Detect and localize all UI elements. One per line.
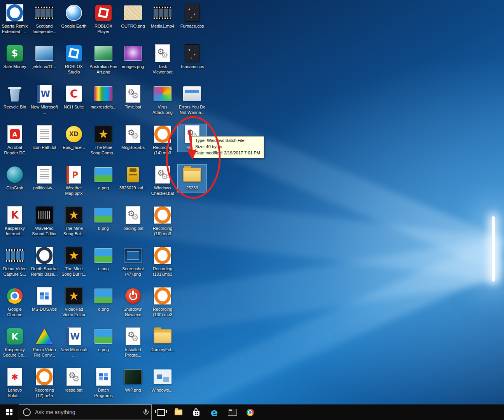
desktop-icon[interactable]: Errors You Do Not Wanna... (177, 83, 207, 117)
desktop-icon[interactable]: a.png (89, 164, 118, 192)
start-button[interactable] (0, 404, 19, 420)
desktop-icon[interactable]: Media1.mp4 (148, 2, 177, 31)
desktop-icon[interactable]: loading.bat (118, 205, 148, 233)
desktop-icon[interactable]: Google Chrome (0, 285, 30, 319)
chrome-button[interactable] (241, 404, 259, 420)
desktop-icon[interactable]: The Mine Song Comp... (89, 124, 118, 158)
desktop-icon[interactable]: Safe Money (0, 43, 30, 71)
icon-label: MsgBox.vbs (119, 145, 147, 150)
desktop-icon[interactable]: Screenshot (47).png (118, 245, 148, 279)
desktop-icon[interactable]: MsgBox.vbs (118, 124, 148, 152)
icon-label: Media1.mp4 (148, 24, 177, 29)
star-icon (65, 287, 83, 305)
desktop-icon[interactable]: Epic_face... (59, 124, 89, 152)
desktop-icon[interactable]: Batch Programs (89, 366, 118, 400)
desktop-icon[interactable]: Tsunami.cps (177, 43, 207, 71)
gear-icon (65, 368, 83, 386)
desktop-icon[interactable]: maxresdefa... (89, 83, 118, 112)
desktop-icon[interactable]: New Microsoft ... (30, 83, 59, 117)
desktop-icon[interactable]: Lenovo Soluti... (0, 366, 30, 400)
desktop-icon[interactable]: Prism Video File Conv... (30, 326, 59, 360)
desktop-icon[interactable]: Depth Spartra Remix Base... (30, 245, 59, 279)
desktop-icon[interactable]: Furnace.cps (177, 2, 207, 31)
desktop-icon[interactable]: e.png (89, 326, 118, 354)
desktop-icon[interactable]: Virus Attack.png (148, 83, 177, 117)
task-view-button[interactable] (152, 404, 170, 420)
search-input[interactable] (34, 409, 139, 416)
desktop-icon[interactable]: Icon Path.txt (30, 124, 59, 152)
desktop-icon[interactable]: b.png (89, 205, 118, 233)
desktop-icon[interactable]: Shutdown Now.exe (118, 285, 148, 319)
desktop-icon[interactable]: Task Viewer.bat (148, 43, 177, 77)
file-explorer-button[interactable] (170, 404, 187, 420)
icon-label: Acrobat Reader DC (0, 145, 29, 156)
film-icon (35, 4, 54, 22)
desktop-icon[interactable]: Australian Fan Art.png (89, 43, 118, 77)
desktop-icon[interactable]: ROBLOX Player (89, 2, 118, 36)
desktop-icon[interactable]: DummyFol... (148, 326, 177, 354)
desktop-icon[interactable]: ClipGrab (0, 164, 30, 192)
desktop-icon[interactable]: jesse.bat (59, 366, 89, 395)
img-field-icon (94, 206, 113, 224)
worddoc-icon (35, 84, 54, 103)
desktop-icon[interactable]: OUTRO.png (118, 2, 148, 31)
icon-label: Weather Map.pptx (60, 186, 88, 196)
store-button[interactable] (187, 404, 205, 420)
desktop-icon[interactable]: Acrobat Reader DC (0, 124, 30, 158)
desktop-icon[interactable]: The Mine Song But... (59, 205, 89, 238)
desktop-icon[interactable]: d.png (89, 285, 118, 314)
desktop-icon[interactable]: 3826029_ori... (118, 164, 148, 192)
desktop-icon[interactable]: Kaspersky Internet... (0, 205, 30, 238)
desktop-icon[interactable]: Google Earth (59, 2, 89, 31)
icon-label: images.png (119, 64, 147, 70)
desktop-icon[interactable]: images.png (118, 43, 148, 71)
icon-label: ROBLOX Studio (60, 64, 88, 75)
taskbar-search[interactable] (19, 404, 152, 420)
ppt-icon (65, 165, 83, 184)
icon-label: jesse.bat (60, 388, 88, 393)
desktop-icon[interactable]: WavePad Sound Editor (30, 205, 59, 238)
desktop-icon[interactable]: NCH Suite (59, 83, 89, 112)
desktop-icon[interactable]: Recycle Bin (0, 83, 30, 112)
desktop-icon[interactable]: political-w... (30, 164, 59, 192)
disc-orange-icon (153, 206, 172, 224)
robot-icon (124, 165, 142, 184)
desktop-icon[interactable]: Windows Checker.bat (148, 164, 177, 198)
kaspersky-red-icon (5, 206, 24, 224)
desktop-icon[interactable]: Time.bat (118, 83, 148, 112)
icon-label: ROBLOX Player (89, 24, 118, 35)
desktop-icon[interactable]: jetski-vx11... (30, 43, 59, 71)
desktop-icon[interactable]: Sparta Remix Extended - ... (0, 2, 30, 36)
windows-logo-icon (6, 409, 13, 416)
gear-icon (124, 84, 142, 103)
roblox-blue-icon (65, 44, 83, 63)
desktop-icon[interactable]: Scotland Independe... (30, 2, 59, 36)
img-screenshot-icon (124, 246, 142, 265)
desktop-icon[interactable]: Recording (14).mp3 (148, 124, 177, 158)
command-window-button[interactable] (223, 404, 241, 420)
desktop-icon[interactable]: MS-DOS.vbs (30, 285, 59, 314)
desktop-icon[interactable]: Debut Video Capture S... (0, 245, 30, 279)
desktop-icon[interactable]: Installed Progra... (118, 326, 148, 360)
disc-orange-icon (153, 246, 172, 265)
desktop-icon[interactable]: Recording (16).mp3 (148, 205, 177, 238)
desktop-icon[interactable]: Kaspersky Secure Co... (0, 326, 30, 360)
desktop-icon[interactable]: VideoPad Video Editor (59, 285, 89, 319)
desktop-icon[interactable]: ROBLOX Studio (59, 43, 89, 77)
desktop-icon[interactable]: Windows.... (148, 366, 177, 395)
desktop-icon[interactable]: Weather Map.pptx (59, 164, 89, 198)
icon-label: Google Earth (60, 24, 88, 29)
icon-label: Google Chrome (0, 307, 29, 318)
desktop-icon[interactable]: WIP.png (118, 366, 148, 395)
edge-button[interactable] (205, 404, 223, 420)
desktop-icon[interactable]: Recording (100).mp3 (148, 285, 177, 319)
icon-label: Recording (16).mp3 (148, 226, 177, 237)
desktop-icon[interactable]: New Microsoft ... (59, 326, 89, 360)
microphone-icon[interactable] (143, 409, 148, 416)
desktop-icon[interactable]: The Mine Song But It... (59, 245, 89, 279)
desktop-icon[interactable]: Recording (101).mp3 (148, 245, 177, 279)
desktop-icon[interactable]: 25233 (177, 164, 207, 192)
star-icon (65, 246, 83, 265)
desktop-icon[interactable]: Recording (12).m4a (30, 366, 59, 400)
desktop-icon[interactable]: c.png (89, 245, 118, 273)
